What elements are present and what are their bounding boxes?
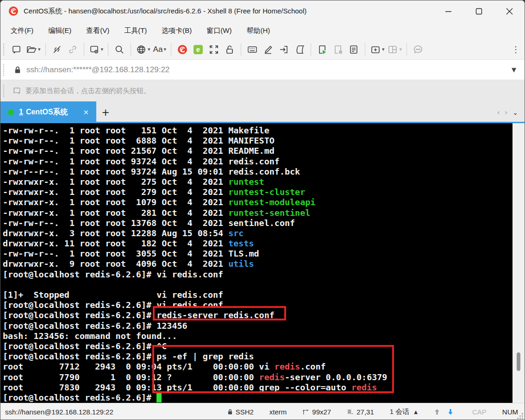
- disconnect-button[interactable]: [49, 41, 65, 58]
- send-to-icon: [278, 44, 289, 55]
- tab-status-dot: [8, 109, 14, 115]
- menu-tab[interactable]: 选项卡(B): [162, 26, 192, 35]
- size-icon: [302, 408, 310, 416]
- reconnect-button[interactable]: [65, 41, 81, 58]
- chat-icon: [412, 44, 424, 55]
- reconnect-icon: [67, 44, 78, 55]
- status-terminal-size: 99x27: [302, 408, 331, 416]
- send-text-button[interactable]: [276, 41, 292, 58]
- info-bar: 要添加当前会话，点击左侧的箭头按钮。: [0, 80, 525, 101]
- lock-screen-button[interactable]: [222, 41, 238, 58]
- split-layout-caret[interactable]: ▾: [399, 46, 402, 52]
- maximize-button[interactable]: [463, 0, 494, 22]
- session-properties-caret[interactable]: ▾: [101, 46, 104, 52]
- ssl-lock-icon: [13, 66, 22, 74]
- run-script-button[interactable]: [314, 41, 330, 58]
- terminal-line: root 7712 2943 0 09:04 pts/1 00:00:00 vi…: [3, 362, 512, 372]
- encoding-button[interactable]: ▾: [134, 41, 152, 58]
- session-properties-button[interactable]: ▾: [88, 41, 105, 58]
- font-caret[interactable]: ▾: [163, 46, 166, 52]
- menu-tools[interactable]: 工具(T): [124, 26, 147, 35]
- terminal-cursor: [156, 393, 162, 402]
- lock-icon: [224, 44, 235, 55]
- menu-window[interactable]: 窗口(W): [206, 26, 231, 35]
- address-input[interactable]: ssh://hansen:******@192.168.128.129:22: [26, 65, 508, 75]
- terminal-scrollbar-thumb[interactable]: [517, 352, 520, 371]
- xftp-launch-button[interactable]: e: [190, 41, 206, 58]
- toolbar-gripper: [3, 44, 7, 56]
- terminal-line: [1]+ Stopped vi redis.conf: [3, 290, 512, 300]
- open-session-caret[interactable]: ▾: [38, 46, 41, 52]
- protocol-lock-icon: [227, 408, 233, 415]
- split-layout-button[interactable]: ▾: [386, 41, 403, 58]
- menu-view[interactable]: 查看(V): [86, 26, 109, 35]
- menu-bar: 文件(F) 编辑(E) 查看(V) 工具(T) 选项卡(B) 窗口(W) 帮助(…: [0, 22, 525, 39]
- svg-text:e: e: [196, 45, 200, 53]
- tab-list-icon[interactable]: ⌄: [511, 109, 520, 116]
- new-terminal-button[interactable]: ▾: [369, 41, 386, 58]
- menu-help[interactable]: 帮助(H): [246, 26, 270, 35]
- terminal-line: -rw-rw-r--. 1 root root 93724 Oct 4 2021…: [3, 157, 512, 167]
- terminal-line: root 7830 2943 0 09:13 pts/1 00:00:00 gr…: [3, 382, 512, 393]
- address-dropdown-caret[interactable]: ▼: [508, 66, 520, 73]
- resize-grip[interactable]: [517, 413, 524, 420]
- toolbar-overflow-button[interactable]: ⋮: [507, 44, 525, 54]
- terminal-line: drwxrwxr-x. 11 root root 182 Oct 4 2021 …: [3, 238, 512, 249]
- minimize-button[interactable]: [433, 0, 463, 22]
- terminal-line: -rw-rw-r--. 1 root root 6888 Oct 4 2021 …: [3, 136, 512, 146]
- scripts-button[interactable]: [292, 41, 307, 58]
- status-session-count[interactable]: 1 会话 ▲: [390, 407, 418, 416]
- font-button[interactable]: Aa ▾: [152, 41, 168, 58]
- stop-script-button[interactable]: [330, 41, 346, 58]
- terminal-output: -rw-rw-r--. 1 root root 151 Oct 4 2021 M…: [0, 123, 512, 403]
- open-session-button[interactable]: ▾: [25, 41, 42, 58]
- menu-file[interactable]: 文件(F): [11, 26, 33, 35]
- terminal-line: -rwxrwxr-x. 1 root root 279 Oct 4 2021 r…: [3, 187, 512, 197]
- new-terminal-caret[interactable]: ▾: [382, 46, 385, 52]
- compose-button[interactable]: [260, 41, 276, 58]
- terminal-line: -rw-rw-r--. 1 root root 3055 Oct 4 2021 …: [3, 249, 512, 259]
- feedback-button[interactable]: [410, 41, 426, 58]
- font-icon: Aa: [153, 45, 163, 54]
- new-tab-button[interactable]: +: [96, 101, 115, 123]
- add-session-hint-icon: [12, 86, 22, 95]
- search-button[interactable]: [112, 41, 127, 58]
- log-icon: [348, 44, 359, 55]
- log-button[interactable]: [346, 41, 362, 58]
- xshell-launch-button[interactable]: [175, 41, 190, 58]
- status-cursor-position: 27,31: [347, 408, 374, 416]
- tab-centos[interactable]: 1CentOS系统 ✕: [0, 101, 96, 123]
- terminal-line: [root@localhost redis-6.2.6]# 123456: [3, 321, 512, 331]
- terminal-line: -rw-rw-r--. 1 root root 21567 Oct 4 2021…: [3, 146, 512, 156]
- scroll-buttons: [433, 408, 456, 416]
- new-session-button[interactable]: [9, 41, 25, 58]
- compose-pen-icon: [262, 44, 274, 55]
- toolbar: ▾ ▾: [0, 39, 525, 59]
- terminal[interactable]: -rw-rw-r--. 1 root root 151 Oct 4 2021 M…: [0, 123, 525, 403]
- terminal-line: [root@localhost redis-6.2.6]#: [3, 393, 512, 403]
- tab-title: 1CentOS系统: [19, 107, 80, 117]
- scroll-down-icon[interactable]: [447, 408, 454, 416]
- terminal-line: -rw-r--r--. 1 root root 93724 Aug 15 09:…: [3, 167, 512, 177]
- status-term-type[interactable]: xterm: [269, 408, 287, 416]
- terminal-line: drwxrwxr-x. 9 root root 4096 Oct 4 2021 …: [3, 259, 512, 269]
- tab-close-icon[interactable]: ✕: [80, 107, 92, 118]
- search-icon: [114, 44, 125, 55]
- tab-scroll-right-icon[interactable]: ›: [503, 108, 509, 117]
- terminal-scrollbar[interactable]: [512, 123, 525, 403]
- keyboard-icon: [247, 44, 258, 55]
- menu-edit[interactable]: 编辑(E): [48, 26, 71, 35]
- status-caps-lock: CAP: [472, 408, 487, 416]
- scroll-up-icon[interactable]: [433, 408, 441, 416]
- encoding-caret[interactable]: ▾: [148, 46, 150, 52]
- session-list-caret[interactable]: ▲: [414, 409, 418, 414]
- cursor-pos-icon: [347, 408, 354, 416]
- tab-scroll-left-icon[interactable]: ‹: [495, 108, 501, 117]
- terminal-line: [root@localhost redis-6.2.6]# ^C: [3, 341, 512, 351]
- close-button[interactable]: [494, 0, 525, 22]
- session-properties-icon: [89, 44, 100, 55]
- virtual-keyboard-button[interactable]: [244, 41, 260, 58]
- fullscreen-button[interactable]: [206, 41, 222, 58]
- xftp-icon: e: [193, 44, 204, 55]
- terminal-line: [3, 280, 512, 290]
